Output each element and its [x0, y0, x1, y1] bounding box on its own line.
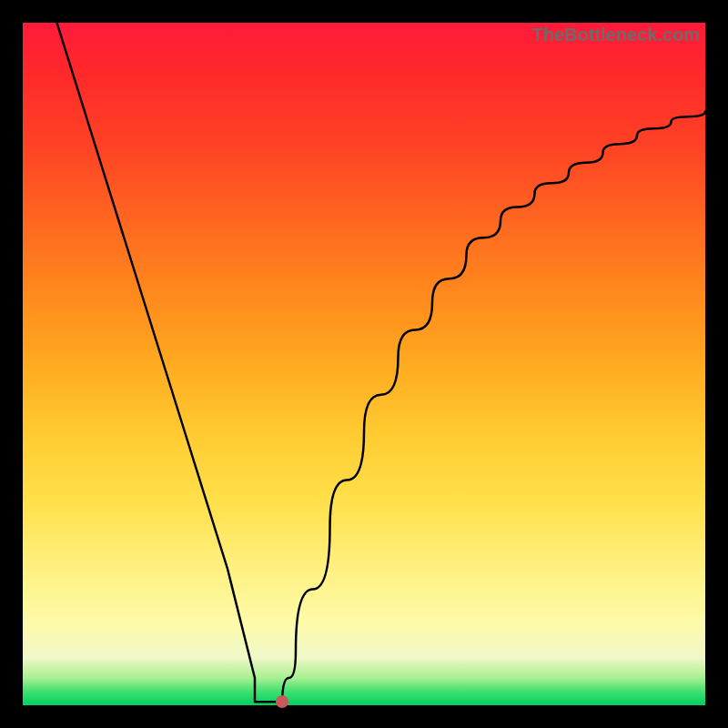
curve-svg [23, 23, 705, 705]
optimal-point-marker [276, 695, 288, 708]
chart-container: TheBottleneck.com [0, 0, 728, 728]
bottleneck-curve [57, 23, 706, 705]
plot-area: TheBottleneck.com [23, 23, 705, 705]
